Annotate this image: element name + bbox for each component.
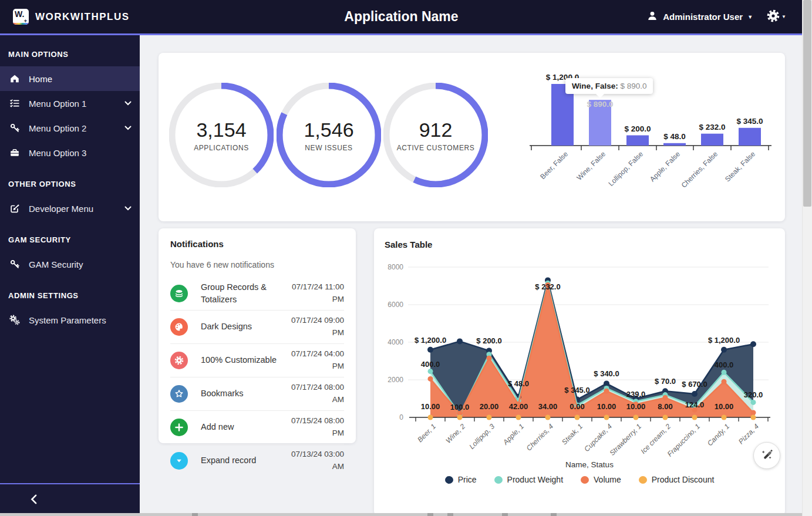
svg-text:4000: 4000: [388, 338, 403, 346]
svg-text:Lollipop, False: Lollipop, False: [607, 150, 645, 188]
notifications-subtitle: You have 6 new notifications: [170, 260, 344, 269]
workwithplus-logo-icon: W. +: [13, 9, 29, 25]
notification-timestamp: 07/17/24 11:00 PM: [281, 281, 344, 306]
sidebar: MAIN OPTIONS Home Menu Option 1 Menu Opt…: [0, 35, 140, 516]
notification-title: Add new: [188, 421, 281, 433]
sidebar-item-system-parameters[interactable]: System Parameters: [0, 308, 140, 332]
home-icon: [8, 73, 21, 84]
svg-text:Steak, 1: Steak, 1: [560, 422, 584, 446]
key-icon: [8, 123, 21, 133]
svg-text:$ 890.0: $ 890.0: [587, 100, 613, 109]
chevron-down-icon: [124, 206, 132, 211]
svg-text:Cupcake, 4: Cupcake, 4: [582, 422, 614, 453]
legend-label: Product Weight: [507, 475, 563, 484]
notifications-card: Notifications You have 6 new notificatio…: [159, 228, 356, 443]
svg-text:0.00: 0.00: [570, 402, 584, 411]
sales-table-card: Sales Table 80006000400020000$ 1,200.0$ …: [374, 228, 785, 516]
notification-item[interactable]: Expand record07/13/24 03:00 AM: [170, 444, 344, 477]
chart-tooltip: Wine, False: $ 890.0: [565, 78, 653, 94]
brand[interactable]: W. + WORKWITHPLUS: [13, 0, 130, 33]
sidebar-item-menu-option-3[interactable]: Menu Option 3: [0, 140, 140, 165]
legend-label: Volume: [594, 475, 621, 484]
scrollbar-thumb[interactable]: [803, 0, 811, 207]
stat-label: NEW ISSUES: [305, 144, 352, 152]
sidebar-item-menu-option-1[interactable]: Menu Option 1: [0, 91, 140, 116]
legend-item[interactable]: Product Discount: [639, 475, 715, 484]
chevron-down-icon: ▼: [781, 14, 786, 19]
chevron-down-icon: ▼: [747, 14, 753, 20]
svg-text:Cherries, 4: Cherries, 4: [525, 422, 555, 453]
brand-name: WORKWITHPLUS: [35, 11, 130, 23]
user-menu[interactable]: Administrator User ▼: [646, 10, 753, 24]
palette-icon: [170, 318, 188, 336]
section-admin-settings: ADMIN SETTINGS: [0, 276, 140, 308]
notification-timestamp: 07/17/24 08:00 AM: [281, 382, 344, 406]
svg-text:100.0: 100.0: [450, 403, 470, 412]
svg-text:10.00: 10.00: [715, 402, 734, 411]
notification-item[interactable]: Group Records & Totalizers07/17/24 11:00…: [170, 277, 344, 310]
stats-card: 3,154 APPLICATIONS 1,546 NEW ISSUES 912 …: [159, 53, 785, 221]
svg-text:400.0: 400.0: [421, 360, 440, 369]
svg-text:10.00: 10.00: [421, 402, 440, 411]
sidebar-item-menu-option-2[interactable]: Menu Option 2: [0, 116, 140, 140]
legend-item[interactable]: Price: [445, 475, 477, 484]
sales-table-chart[interactable]: 80006000400020000$ 1,200.0$ 200.0$ 48.0$…: [374, 228, 785, 470]
sidebar-item-gam-security[interactable]: GAM Security: [0, 252, 140, 276]
svg-text:Beer, False: Beer, False: [538, 150, 570, 181]
sidebar-collapse-button[interactable]: [0, 483, 140, 516]
user-name: Administrator User: [663, 12, 743, 22]
svg-text:34.00: 34.00: [538, 402, 558, 411]
sidebar-item-developer-menu[interactable]: Developer Menu: [0, 196, 140, 221]
chevron-down-icon: [124, 126, 132, 130]
sales-table-title: Sales Table: [385, 240, 432, 249]
svg-text:8.00: 8.00: [658, 402, 672, 411]
legend-label: Product Discount: [652, 475, 715, 484]
main-content: 3,154 APPLICATIONS 1,546 NEW ISSUES 912 …: [140, 35, 803, 516]
chevron-left-icon: [31, 494, 37, 507]
notification-item[interactable]: Add new07/15/24 08:00 PM: [170, 410, 344, 444]
svg-text:$ 232.0: $ 232.0: [699, 123, 725, 131]
notification-item[interactable]: Dark Designs07/17/24 09:00 PM: [170, 310, 344, 343]
svg-text:2000: 2000: [388, 376, 403, 384]
magic-wand-icon: [760, 447, 774, 464]
svg-text:124.0: 124.0: [685, 400, 705, 409]
gear-icon: [170, 352, 188, 369]
svg-text:10.00: 10.00: [626, 402, 646, 411]
notification-item[interactable]: Bookmarks07/17/24 08:00 AM: [170, 377, 344, 410]
legend-item[interactable]: Product Weight: [494, 475, 563, 484]
caret-down-icon: [170, 452, 188, 470]
plus-icon: [170, 419, 188, 436]
svg-text:42.00: 42.00: [509, 402, 528, 411]
sidebar-item-home[interactable]: Home: [0, 66, 140, 91]
svg-text:Steak, False: Steak, False: [723, 150, 757, 183]
svg-text:$ 48.0: $ 48.0: [508, 379, 529, 388]
svg-text:320.0: 320.0: [744, 390, 763, 399]
notification-title: Expand record: [188, 454, 281, 467]
notification-title: 100% Customizable: [188, 354, 281, 366]
svg-text:Apple, 1: Apple, 1: [501, 422, 525, 447]
stat-label: APPLICATIONS: [194, 144, 249, 152]
section-gam-security: GAM SECURITY: [0, 221, 140, 252]
legend-item[interactable]: Volume: [581, 475, 621, 484]
stat-value: 912: [419, 119, 453, 141]
notification-timestamp: 07/17/24 09:00 PM: [281, 315, 344, 339]
legend-dot: [445, 476, 453, 484]
section-main-options: MAIN OPTIONS: [0, 35, 140, 66]
stat-value: 1,546: [304, 119, 353, 141]
notification-item[interactable]: 100% Customizable07/17/24 04:00 PM: [170, 343, 344, 377]
notification-title: Dark Designs: [188, 321, 281, 333]
svg-text:400.0: 400.0: [715, 360, 734, 369]
svg-text:Cherries, False: Cherries, False: [680, 150, 720, 190]
svg-text:8000: 8000: [388, 263, 403, 271]
svg-text:Name, Status: Name, Status: [565, 460, 614, 469]
magic-wand-button[interactable]: [753, 442, 780, 469]
gear-icon: [766, 9, 780, 25]
settings-menu[interactable]: ▼: [766, 9, 786, 25]
notification-title: Bookmarks: [188, 387, 281, 400]
star-icon: [170, 385, 188, 403]
notification-title: Group Records & Totalizers: [188, 281, 281, 306]
vertical-scrollbar[interactable]: [802, 0, 812, 516]
svg-text:Apple, False: Apple, False: [648, 150, 682, 183]
svg-text:$ 345.0: $ 345.0: [736, 117, 763, 126]
svg-text:$ 48.0: $ 48.0: [663, 132, 686, 141]
